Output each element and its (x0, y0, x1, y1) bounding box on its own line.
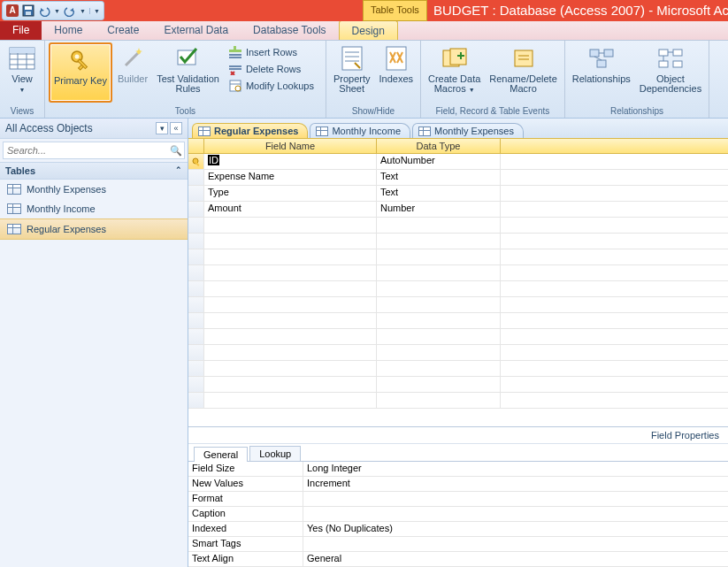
grid-body[interactable]: IDAutoNumberExpense NameTextTypeTextAmou… (188, 154, 728, 426)
nav-item[interactable]: Monthly Income (0, 199, 188, 218)
grid-row[interactable] (188, 345, 728, 361)
row-selector[interactable] (188, 249, 204, 264)
grid-row[interactable] (188, 393, 728, 409)
property-row[interactable]: Smart Tags (188, 537, 728, 552)
cell-field-name[interactable]: Amount (204, 202, 377, 217)
cell-data-type[interactable]: Text (377, 186, 501, 201)
access-app-icon[interactable]: A (6, 4, 19, 17)
grid-row[interactable] (188, 297, 728, 313)
cell-field-name[interactable]: ID (204, 154, 377, 169)
tab-file[interactable]: File (0, 20, 42, 40)
row-selector[interactable] (188, 202, 204, 217)
nav-dropdown-icon[interactable]: ▾ (156, 122, 168, 134)
relationships-button[interactable]: Relationships (569, 42, 634, 103)
col-data-type[interactable]: Data Type (377, 139, 501, 153)
cell-description[interactable] (501, 218, 728, 233)
col-field-name[interactable]: Field Name (204, 139, 377, 153)
property-row[interactable]: Caption (188, 507, 728, 522)
cell-description[interactable] (501, 297, 728, 312)
cell-data-type[interactable] (377, 393, 501, 408)
cell-field-name[interactable] (204, 393, 377, 408)
cell-description[interactable] (501, 393, 728, 408)
property-value[interactable] (303, 507, 728, 521)
builder-button[interactable]: Builder (114, 42, 151, 103)
search-input[interactable] (4, 142, 168, 158)
grid-row[interactable] (188, 218, 728, 234)
cell-data-type[interactable] (377, 265, 501, 280)
tab-create[interactable]: Create (95, 20, 151, 40)
cell-data-type[interactable] (377, 361, 501, 376)
cell-description[interactable] (501, 265, 728, 280)
cell-data-type[interactable] (377, 345, 501, 360)
property-value[interactable]: Long Integer (303, 462, 728, 476)
row-selector[interactable] (188, 393, 204, 408)
property-value[interactable]: Yes (No Duplicates) (303, 522, 728, 536)
property-value[interactable]: General (303, 552, 728, 566)
qat-customize-icon[interactable]: ▼ (89, 8, 100, 14)
modify-lookups-button[interactable]: Modify Lookups (225, 78, 322, 94)
grid-row[interactable] (188, 361, 728, 377)
cell-field-name[interactable] (204, 329, 377, 344)
cell-data-type[interactable] (377, 297, 501, 312)
nav-group-tables[interactable]: Tables ⌃ (0, 162, 188, 180)
redo-icon[interactable] (64, 4, 76, 17)
row-selector[interactable] (188, 170, 204, 185)
select-all-corner[interactable] (188, 139, 204, 153)
row-selector[interactable] (188, 186, 204, 201)
cell-field-name[interactable] (204, 234, 377, 249)
tab-lookup[interactable]: Lookup (249, 446, 301, 461)
cell-field-name[interactable] (204, 297, 377, 312)
row-selector[interactable] (188, 234, 204, 249)
row-selector[interactable] (188, 361, 204, 376)
grid-row[interactable]: TypeText (188, 186, 728, 202)
property-row[interactable]: Text AlignGeneral (188, 552, 728, 567)
row-selector[interactable] (188, 265, 204, 280)
object-dependencies-button[interactable]: ObjectDependencies (636, 42, 705, 103)
cell-field-name[interactable] (204, 377, 377, 392)
cell-description[interactable] (501, 329, 728, 344)
property-row[interactable]: Field SizeLong Integer (188, 462, 728, 477)
cell-data-type[interactable] (377, 329, 501, 344)
cell-data-type[interactable]: Number (377, 202, 501, 217)
tab-general[interactable]: General (194, 447, 248, 462)
tab-home[interactable]: Home (42, 20, 95, 40)
cell-data-type[interactable] (377, 218, 501, 233)
cell-field-name[interactable] (204, 313, 377, 328)
row-selector[interactable] (188, 345, 204, 360)
nav-item[interactable]: Regular Expenses (0, 218, 188, 240)
tab-external-data[interactable]: External Data (151, 20, 241, 40)
row-selector[interactable] (188, 281, 204, 296)
grid-row[interactable] (188, 281, 728, 297)
document-tab[interactable]: Monthly Expenses (412, 123, 524, 138)
cell-data-type[interactable] (377, 313, 501, 328)
rename-delete-macro-button[interactable]: Rename/DeleteMacro (486, 42, 560, 103)
row-selector[interactable] (188, 377, 204, 392)
property-row[interactable]: IndexedYes (No Duplicates) (188, 522, 728, 537)
grid-row[interactable] (188, 265, 728, 281)
grid-row[interactable] (188, 234, 728, 249)
save-icon[interactable] (22, 4, 34, 17)
grid-row[interactable]: IDAutoNumber (188, 154, 728, 170)
cell-data-type[interactable]: Text (377, 170, 501, 185)
cell-field-name[interactable]: Expense Name (204, 170, 377, 185)
tab-database-tools[interactable]: Database Tools (241, 20, 339, 40)
cell-data-type[interactable] (377, 377, 501, 392)
undo-icon[interactable] (38, 4, 50, 17)
row-selector[interactable] (188, 313, 204, 328)
redo-dropdown-icon[interactable]: ▼ (80, 8, 86, 14)
cell-description[interactable] (501, 281, 728, 296)
field-properties-grid[interactable]: Field SizeLong IntegerNew ValuesIncremen… (188, 462, 728, 567)
undo-dropdown-icon[interactable]: ▼ (54, 8, 60, 14)
nav-header[interactable]: All Access Objects ▾ « (0, 119, 188, 139)
cell-data-type[interactable]: AutoNumber (377, 154, 501, 169)
grid-row[interactable] (188, 249, 728, 265)
property-value[interactable]: Increment (303, 477, 728, 491)
cell-field-name[interactable] (204, 361, 377, 376)
cell-field-name[interactable] (204, 249, 377, 264)
grid-row[interactable] (188, 329, 728, 345)
property-row[interactable]: Format (188, 492, 728, 507)
cell-field-name[interactable] (204, 345, 377, 360)
create-data-macros-button[interactable]: Create DataMacros ▼ (425, 42, 484, 103)
property-sheet-button[interactable]: PropertySheet (330, 42, 374, 103)
property-value[interactable] (303, 537, 728, 551)
